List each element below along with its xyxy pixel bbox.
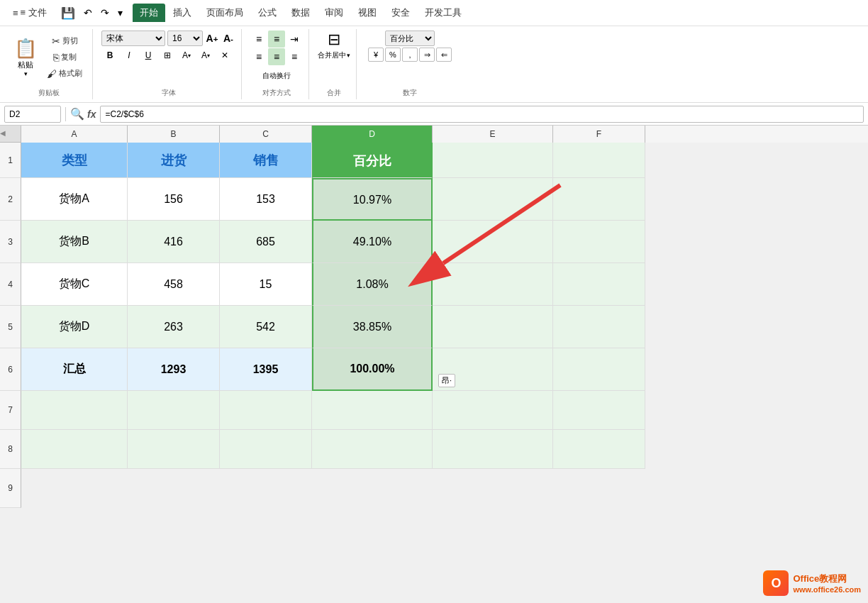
percent-btn[interactable]: % <box>385 48 401 62</box>
clear-button[interactable]: ✕ <box>216 48 233 63</box>
cell-d8[interactable] <box>312 430 433 469</box>
cell-c7[interactable] <box>220 391 312 430</box>
cell-d4[interactable]: 1.08% <box>312 263 433 306</box>
redo-icon[interactable]: ↷ <box>98 6 112 20</box>
font-color-button[interactable]: A ▾ <box>197 48 214 63</box>
italic-button[interactable]: I <box>121 48 138 63</box>
cell-e3[interactable] <box>433 221 553 263</box>
cell-b5[interactable]: 263 <box>128 306 220 348</box>
tab-view[interactable]: 视图 <box>351 4 384 22</box>
border-button[interactable]: ⊞ <box>159 48 176 63</box>
paste-dropdown-icon[interactable]: ▾ <box>24 70 28 77</box>
cell-b2[interactable]: 156 <box>128 178 220 221</box>
cell-c8[interactable] <box>220 430 312 469</box>
align-indent-button[interactable]: ⇥ <box>286 31 303 48</box>
fill-color-button[interactable]: A ▾ <box>178 48 195 63</box>
cell-a4[interactable]: 货物C <box>21 263 128 306</box>
row-header-2[interactable]: 2 <box>0 178 21 221</box>
decrease-decimal-btn[interactable]: ⇐ <box>436 48 452 62</box>
col-header-e[interactable]: E <box>433 126 553 143</box>
autofill-icon[interactable]: 昂· <box>438 374 455 387</box>
merge-dropdown[interactable]: ▾ <box>347 52 350 59</box>
col-header-c[interactable]: C <box>220 126 312 143</box>
font-size-decrease-button[interactable]: A- <box>221 31 235 45</box>
cell-a7[interactable] <box>21 391 128 430</box>
row-header-5[interactable]: 5 <box>0 306 21 348</box>
tab-developer[interactable]: 开发工具 <box>418 4 469 22</box>
cell-e1[interactable] <box>433 143 553 178</box>
tab-security[interactable]: 安全 <box>384 4 417 22</box>
increase-decimal-btn[interactable]: ⇒ <box>419 48 435 62</box>
cell-a2[interactable]: 货物A <box>21 178 128 221</box>
cell-f3[interactable] <box>553 221 645 263</box>
paste-button[interactable]: 📋 粘贴 ▾ <box>11 35 40 80</box>
font-size-increase-button[interactable]: A+ <box>205 31 219 45</box>
fill-color-dropdown[interactable]: ▾ <box>188 52 191 59</box>
file-menu[interactable]: ≡ ≡ 文件 <box>6 4 54 22</box>
cell-b1[interactable]: 进货 <box>128 143 220 178</box>
cell-d3[interactable]: 49.10% <box>312 221 433 263</box>
tab-formula[interactable]: 公式 <box>251 4 284 22</box>
merge-center-button[interactable]: ⊟ <box>328 31 340 49</box>
cell-a8[interactable] <box>21 430 128 469</box>
bold-button[interactable]: B <box>101 48 118 63</box>
cell-c3[interactable]: 685 <box>220 221 312 263</box>
cell-e6[interactable]: 昂· <box>433 348 553 391</box>
cell-e2[interactable] <box>433 178 553 221</box>
format-painter-button[interactable]: 🖌 格式刷 <box>43 67 87 81</box>
underline-button[interactable]: U <box>140 48 157 63</box>
col-header-d[interactable]: D <box>312 126 433 143</box>
align-middle-button[interactable]: ≡ <box>268 48 285 65</box>
cell-b3[interactable]: 416 <box>128 221 220 263</box>
cell-c4[interactable]: 15 <box>220 263 312 306</box>
cell-d5[interactable]: 38.85% <box>312 306 433 348</box>
cell-c5[interactable]: 542 <box>220 306 312 348</box>
expand-icon[interactable]: ▾ <box>115 6 126 20</box>
cell-a1[interactable]: 类型 <box>21 143 128 178</box>
cell-f5[interactable] <box>553 306 645 348</box>
cell-a6[interactable]: 汇总 <box>21 348 128 391</box>
cell-d6[interactable]: 100.00% <box>312 348 433 391</box>
cell-c1[interactable]: 销售 <box>220 143 312 178</box>
align-right-button[interactable]: ≡ <box>286 48 303 65</box>
cell-d1[interactable]: 百分比 <box>312 143 433 178</box>
cell-e5[interactable] <box>433 306 553 348</box>
copy-button[interactable]: ⎘ 复制 <box>43 50 87 65</box>
cell-a5[interactable]: 货物D <box>21 306 128 348</box>
cell-f6[interactable] <box>553 348 645 391</box>
font-size-select[interactable]: 16 <box>167 31 203 46</box>
cell-e4[interactable] <box>433 263 553 306</box>
cell-d7[interactable] <box>312 391 433 430</box>
number-format-select[interactable]: 百分比 <box>385 31 435 46</box>
cell-d2[interactable]: 10.97% <box>312 178 433 221</box>
cell-f7[interactable] <box>553 391 645 430</box>
formula-input[interactable] <box>100 106 864 123</box>
cell-f4[interactable] <box>553 263 645 306</box>
cell-e7[interactable] <box>433 391 553 430</box>
align-top-left-button[interactable]: ≡ <box>250 31 267 48</box>
cell-b6[interactable]: 1293 <box>128 348 220 391</box>
cell-f8[interactable] <box>553 430 645 469</box>
align-center-button[interactable]: ≡ <box>268 31 285 48</box>
comma-btn[interactable]: , <box>402 48 418 62</box>
row-header-4[interactable]: 4 <box>0 263 21 306</box>
cell-c6[interactable]: 1395 <box>220 348 312 391</box>
cell-b8[interactable] <box>128 430 220 469</box>
cell-f1[interactable] <box>553 143 645 178</box>
align-bottom-left-button[interactable]: ≡ <box>250 48 267 65</box>
col-header-a[interactable]: A <box>21 126 128 143</box>
row-header-9[interactable]: 9 <box>0 469 21 508</box>
tab-page-layout[interactable]: 页面布局 <box>199 4 250 22</box>
undo-icon[interactable]: ↶ <box>81 6 95 20</box>
row-header-3[interactable]: 3 <box>0 221 21 263</box>
currency-btn[interactable]: ¥ <box>368 48 384 62</box>
cell-e8[interactable] <box>433 430 553 469</box>
merge-label[interactable]: 合并居中 ▾ <box>318 50 350 60</box>
save-icon[interactable]: 💾 <box>58 5 78 21</box>
tab-review[interactable]: 审阅 <box>318 4 350 22</box>
wrap-text-button[interactable]: 自动换行 <box>260 68 293 84</box>
row-header-8[interactable]: 8 <box>0 430 21 469</box>
row-header-7[interactable]: 7 <box>0 391 21 430</box>
cell-c2[interactable]: 153 <box>220 178 312 221</box>
row-header-6[interactable]: 6 <box>0 348 21 391</box>
